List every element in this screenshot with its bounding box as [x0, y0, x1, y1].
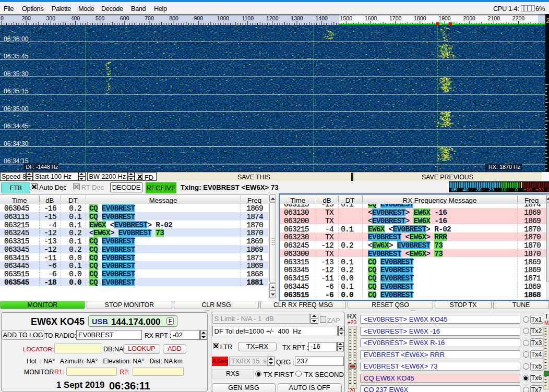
svg-text:1400: 1400 — [316, 15, 328, 21]
svg-text:1700: 1700 — [389, 15, 402, 21]
svg-text:300: 300 — [46, 15, 56, 21]
svg-text:600: 600 — [120, 15, 129, 21]
svg-text:1500: 1500 — [340, 15, 353, 21]
svg-text:dB: dB — [451, 187, 458, 192]
svg-text:06:35:45: 06:35:45 — [4, 53, 29, 60]
svg-text:2200: 2200 — [512, 15, 525, 21]
svg-text:2: 2 — [546, 17, 549, 24]
svg-text:800: 800 — [169, 15, 178, 21]
svg-text:400: 400 — [71, 15, 80, 21]
svg-text:2000: 2000 — [463, 15, 476, 21]
svg-text:06:35:30: 06:35:30 — [4, 70, 29, 78]
svg-text:-10: -10 — [499, 187, 507, 192]
svg-text:1300: 1300 — [291, 15, 303, 21]
svg-text:1100: 1100 — [242, 15, 254, 21]
svg-text:-40: -40 — [461, 187, 469, 192]
svg-text:1800: 1800 — [414, 15, 426, 21]
svg-text:0: 0 — [515, 187, 518, 192]
svg-text:1200: 1200 — [266, 15, 279, 21]
svg-text:700: 700 — [145, 15, 154, 21]
svg-text:06:35:15: 06:35:15 — [4, 88, 29, 95]
svg-text:+10: +10 — [523, 187, 532, 192]
svg-text:RX: 1870 Hz: RX: 1870 Hz — [488, 164, 520, 170]
svg-text:+20: +20 — [535, 187, 544, 192]
svg-text:1600: 1600 — [365, 15, 377, 21]
svg-text:0: 0 — [1, 15, 4, 21]
svg-text:2100: 2100 — [488, 15, 500, 21]
svg-text:dB: dB — [547, 187, 549, 192]
svg-text:200: 200 — [21, 15, 31, 21]
svg-text:06:36:00: 06:36:00 — [4, 35, 29, 43]
svg-text:1000: 1000 — [217, 15, 230, 21]
svg-text:-20: -20 — [487, 187, 494, 192]
svg-text:DF: -1448 Hz: DF: -1448 Hz — [26, 164, 58, 170]
svg-text:900: 900 — [194, 15, 204, 21]
svg-text:1900: 1900 — [438, 15, 451, 21]
svg-text:06:34:45: 06:34:45 — [4, 123, 29, 130]
svg-text:06:35:00: 06:35:00 — [4, 105, 29, 113]
svg-text:500: 500 — [96, 15, 105, 21]
svg-text:-30: -30 — [474, 187, 482, 192]
svg-text:-20: -20 — [348, 388, 355, 392]
svg-text:06:34:30: 06:34:30 — [4, 140, 29, 148]
